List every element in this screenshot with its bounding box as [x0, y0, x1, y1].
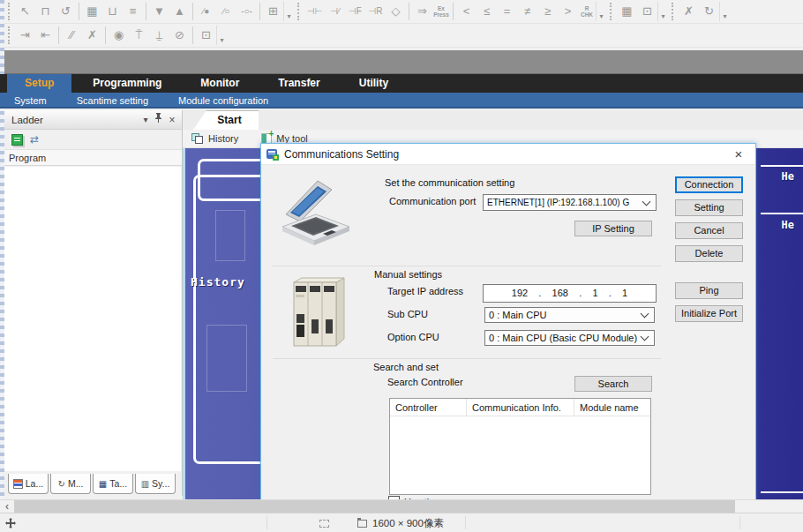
tab-ladder-label: La...: [26, 478, 43, 489]
column-header-controller[interactable]: Controller: [390, 399, 467, 416]
menu-tab-programming[interactable]: Programming: [75, 74, 179, 93]
submenu-item-system[interactable]: System: [14, 93, 47, 107]
menu-tab-transfer[interactable]: Transfer: [260, 74, 337, 93]
loop-icon[interactable]: ↻: [699, 2, 719, 21]
indent-in-icon[interactable]: ⇥: [15, 26, 35, 45]
rotate-block-icon[interactable]: ↺: [56, 2, 76, 21]
toolbar-drag-handle[interactable]: [672, 3, 675, 20]
sub-cpu-select[interactable]: 0 : Main CPU: [484, 307, 655, 323]
slash-contact-filled-icon[interactable]: ∕●: [196, 2, 216, 21]
toolbar-overflow-chevron-icon[interactable]: ▾: [283, 2, 294, 21]
submenu-item-module-configuration[interactable]: Module configuration: [178, 93, 268, 107]
ex-press-icon[interactable]: Ex Press: [432, 2, 450, 21]
new-program-icon[interactable]: [11, 134, 23, 146]
status-separator: [465, 516, 466, 529]
history-button-label: History: [208, 133, 238, 144]
cut-icon[interactable]: ✗: [679, 2, 699, 21]
delete-cross-icon[interactable]: ✗: [82, 26, 102, 45]
menu-tab-setup[interactable]: Setup: [7, 74, 71, 93]
history-button[interactable]: History: [191, 133, 238, 145]
toolbar-drag-handle[interactable]: [8, 26, 11, 44]
delete-button[interactable]: Delete: [675, 245, 743, 262]
toolbar-overflow-chevron-icon[interactable]: ▾: [216, 26, 227, 45]
module-grid-icon[interactable]: ▦: [82, 2, 102, 21]
slash-contact-open-icon[interactable]: ∕○: [216, 2, 236, 21]
swap-lines-icon[interactable]: ⇄: [30, 133, 39, 146]
column-header-module-name[interactable]: Module name: [574, 399, 650, 416]
tab-start[interactable]: Start: [193, 110, 259, 130]
rung-lines-icon[interactable]: ≡: [123, 2, 143, 21]
cancel-button[interactable]: Cancel: [675, 222, 743, 239]
status-separator: [739, 516, 740, 529]
toolbar-drag-handle[interactable]: [8, 3, 11, 20]
return-block-icon[interactable]: ⊡: [196, 26, 216, 45]
image-size-text: 1600 × 900像素: [372, 517, 444, 530]
no-contact-icon[interactable]: ⊣⊢: [304, 2, 325, 21]
communication-port-select[interactable]: ETHERNET[1] (IP:192.168.1.100) G: [483, 194, 657, 211]
ladder-tree-area[interactable]: [4, 167, 181, 471]
compare-lt-icon[interactable]: <: [456, 2, 477, 21]
ip-setting-button[interactable]: IP Setting: [574, 221, 652, 236]
function-block-icon[interactable]: ⊞: [263, 2, 283, 21]
tab-monitor[interactable]: ↻ M...: [50, 474, 91, 494]
tree-item-program[interactable]: Program: [4, 150, 182, 166]
pin-icon[interactable]: [152, 110, 164, 130]
open-contact-icon[interactable]: ⊓: [35, 2, 56, 21]
erase-icon[interactable]: ⊘: [169, 26, 190, 45]
watch-view-icon[interactable]: ⊡: [637, 2, 657, 21]
toolbar-drag-handle[interactable]: [610, 3, 613, 20]
chevron-down-icon[interactable]: ▾: [139, 110, 152, 130]
rising-edge-icon[interactable]: ⊣F: [345, 2, 365, 21]
toolbar-overflow-chevron-icon[interactable]: ▾: [596, 2, 606, 21]
nc-contact-icon[interactable]: ⊣∕: [325, 2, 345, 21]
option-cpu-select[interactable]: 0 : Main CPU (Basic CPU Module): [484, 330, 655, 346]
move-cross-icon[interactable]: [5, 518, 16, 530]
tab-tag[interactable]: ▦ Ta...: [93, 474, 133, 494]
indent-out-icon[interactable]: ⇤: [35, 26, 56, 45]
stamp-down-icon[interactable]: ⍊: [149, 26, 169, 45]
ping-button[interactable]: Ping: [675, 282, 743, 299]
table-view-icon[interactable]: ▦: [617, 2, 637, 21]
menu-tab-monitor[interactable]: Monitor: [183, 74, 257, 93]
search-button[interactable]: Search: [574, 376, 652, 392]
dialog-title-bar[interactable]: Communications Setting ×: [261, 144, 755, 165]
close-icon[interactable]: ×: [166, 110, 178, 130]
target-ip-input[interactable]: 192 . 168 . 1 . 1: [483, 284, 657, 303]
communications-setting-dialog: Communications Setting × Set the communi…: [260, 143, 756, 508]
inline-coil-icon[interactable]: -○-: [236, 2, 257, 21]
falling-edge-icon[interactable]: ⊣R: [365, 2, 386, 21]
controller-table[interactable]: Controller Communication Info. Module na…: [389, 398, 651, 495]
push-up-icon[interactable]: ▲: [169, 2, 190, 21]
compare-gt-icon[interactable]: >: [558, 2, 578, 21]
jump-point-icon[interactable]: ◉: [109, 26, 129, 45]
columns-icon: ▥: [141, 479, 149, 489]
toolbar-drag-handle[interactable]: [297, 3, 301, 20]
setting-button[interactable]: Setting: [675, 199, 743, 216]
compare-ne-icon[interactable]: ≠: [517, 2, 537, 21]
initialize-port-button[interactable]: Initialize Port: [675, 305, 743, 322]
expression-arrow-icon[interactable]: ⇒: [412, 2, 432, 21]
toolbar-overflow-chevron-icon[interactable]: ▾: [657, 2, 668, 21]
comment-icon[interactable]: ∕∕: [62, 26, 82, 45]
scroll-left-arrow[interactable]: ‹: [0, 500, 14, 513]
output-coil-icon[interactable]: ◇: [386, 2, 406, 21]
menu-tab-utility[interactable]: Utility: [341, 74, 406, 93]
tab-ladder[interactable]: La...: [8, 474, 49, 494]
reg-check-icon[interactable]: R CHK: [578, 2, 596, 21]
horizontal-scrollbar[interactable]: ‹: [0, 499, 803, 513]
compare-eq-icon[interactable]: =: [497, 2, 517, 21]
push-down-icon[interactable]: ▼: [149, 2, 169, 21]
branch-icon[interactable]: ⊔: [102, 2, 123, 21]
compare-le-icon[interactable]: ≤: [477, 2, 497, 21]
select-icon[interactable]: ↖: [15, 2, 35, 21]
connection-button[interactable]: Connection: [675, 176, 743, 193]
column-header-communication-info[interactable]: Communication Info.: [467, 399, 574, 416]
compare-ge-icon[interactable]: ≥: [537, 2, 558, 21]
toolbar-overflow-chevron-icon[interactable]: ▾: [719, 2, 730, 21]
submenu-item-scantime-setting[interactable]: Scantime setting: [77, 93, 148, 107]
tab-system[interactable]: ▥ Sy...: [135, 474, 176, 494]
scrollbar-thumb[interactable]: [14, 500, 735, 513]
stamp-up-icon[interactable]: ⍑: [129, 26, 149, 45]
submenu-bar: System Scantime setting Module configura…: [0, 93, 803, 109]
close-icon[interactable]: ×: [731, 146, 747, 161]
